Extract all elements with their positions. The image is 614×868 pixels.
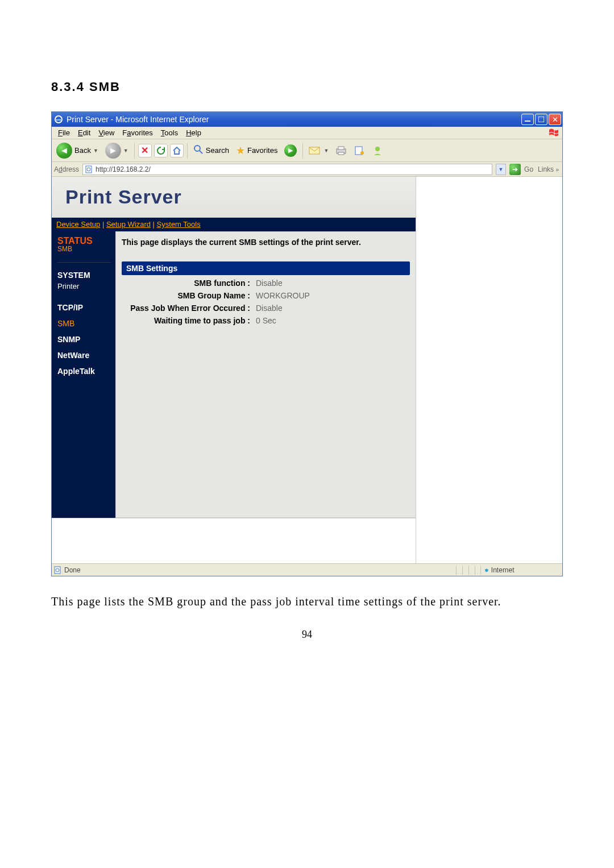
status-dividers xyxy=(456,566,480,575)
go-label: Go xyxy=(524,165,533,173)
setting-key: SMB function : xyxy=(122,279,252,288)
stop-button[interactable]: ✕ xyxy=(138,144,152,157)
chevron-down-icon: ▼ xyxy=(93,148,98,153)
settings-header: SMB Settings xyxy=(122,261,410,275)
menu-file[interactable]: File xyxy=(54,128,74,138)
setting-key: Waiting time to pass job : xyxy=(122,316,252,325)
sidebar-item-netware[interactable]: NetWare xyxy=(57,346,111,362)
chevron-down-icon: ▼ xyxy=(323,148,329,153)
setting-row-pass-job: Pass Job When Error Occured : Disable xyxy=(122,304,410,313)
menu-bar: File Edit View Favorites Tools Help xyxy=(52,127,562,139)
window-minimize-button[interactable] xyxy=(521,114,534,125)
panel-intro-text: This page displays the current SMB setti… xyxy=(122,238,410,247)
links-label[interactable]: Links » xyxy=(537,165,560,173)
internet-zone-icon: ● xyxy=(484,566,489,574)
toolbar-separator xyxy=(187,143,188,159)
banner-title: Print Server xyxy=(65,186,182,208)
back-arrow-icon: ◄ xyxy=(56,143,72,159)
svg-point-11 xyxy=(375,147,380,151)
svg-rect-1 xyxy=(525,121,530,122)
svg-line-4 xyxy=(200,151,202,153)
chevron-down-icon: ▼ xyxy=(123,148,128,153)
setting-row-smb-group: SMB Group Name : WORKGROUP xyxy=(122,291,410,300)
edit-button[interactable] xyxy=(351,144,367,157)
address-label: Address xyxy=(54,165,79,173)
window-titlebar: Print Server - Microsoft Internet Explor… xyxy=(52,112,562,127)
back-label: Back xyxy=(74,146,91,155)
nav-separator: | xyxy=(100,220,106,229)
mail-button[interactable]: ▼ xyxy=(306,144,331,157)
search-button[interactable]: Search xyxy=(191,143,231,158)
window-title: Print Server - Microsoft Internet Explor… xyxy=(67,115,521,124)
edit-page-icon xyxy=(354,146,365,156)
setting-key: Pass Job When Error Occured : xyxy=(122,304,252,313)
menu-tools[interactable]: Tools xyxy=(157,128,182,138)
back-button[interactable]: ◄ Back ▼ xyxy=(54,142,101,160)
svg-rect-8 xyxy=(338,152,344,155)
ie-logo-icon xyxy=(54,115,63,124)
sidebar-item-tcpip[interactable]: TCP/IP xyxy=(57,298,111,314)
home-button[interactable] xyxy=(170,144,184,157)
blank-area-right xyxy=(416,177,562,563)
mail-icon xyxy=(309,146,321,156)
page-icon xyxy=(85,165,93,173)
discuss-button[interactable] xyxy=(370,144,385,157)
setting-row-waiting-time: Waiting time to pass job : 0 Sec xyxy=(122,316,410,325)
sidebar: STATUS SMB SYSTEM Printer TCP/IP SMB SNM… xyxy=(52,231,115,518)
menu-help[interactable]: Help xyxy=(182,128,205,138)
search-label: Search xyxy=(206,146,229,155)
toolbar-separator xyxy=(302,143,303,159)
setting-value: Disable xyxy=(252,279,283,288)
doc-section-heading: 8.3.4 SMB xyxy=(51,80,563,94)
sidebar-item-smb[interactable]: SMB xyxy=(57,314,111,330)
favorites-label: Favorites xyxy=(247,146,277,155)
address-dropdown-button[interactable]: ▼ xyxy=(496,164,506,175)
nav-system-tools[interactable]: System Tools xyxy=(157,220,201,229)
refresh-button[interactable] xyxy=(154,144,168,157)
nav-setup-wizard[interactable]: Setup Wizard xyxy=(106,220,151,229)
nav-device-setup[interactable]: Device Setup xyxy=(56,220,100,229)
media-button[interactable]: ▶ xyxy=(282,143,299,158)
toolbar-separator xyxy=(134,143,135,159)
status-zone-text: Internet xyxy=(491,566,515,574)
doc-body-text: This page lists the SMB group and the pa… xyxy=(51,593,563,609)
printer-icon xyxy=(335,146,347,156)
windows-flag-icon xyxy=(549,128,560,138)
status-bar: Done ● Internet xyxy=(52,563,562,576)
setting-value: Disable xyxy=(252,304,283,313)
sidebar-item-appletalk[interactable]: AppleTalk xyxy=(57,362,111,378)
setting-row-smb-function: SMB function : Disable xyxy=(122,279,410,288)
web-page: Print Server Device Setup | Setup Wizard… xyxy=(52,177,416,563)
svg-rect-7 xyxy=(338,147,344,149)
blank-area-bottom xyxy=(52,518,416,563)
svg-point-10 xyxy=(360,151,364,155)
menu-favorites[interactable]: Favorites xyxy=(118,128,156,138)
browser-viewport: Print Server Device Setup | Setup Wizard… xyxy=(52,177,562,563)
status-done-text: Done xyxy=(64,566,81,574)
forward-button[interactable]: ► ▼ xyxy=(103,142,131,160)
svg-point-3 xyxy=(194,146,200,151)
go-button[interactable]: ➜ xyxy=(509,164,521,175)
menu-view[interactable]: View xyxy=(94,128,118,138)
print-button[interactable] xyxy=(333,144,349,157)
favorites-button[interactable]: ★ Favorites xyxy=(234,143,280,158)
setting-value: WORKGROUP xyxy=(252,291,310,300)
setting-key: SMB Group Name : xyxy=(122,291,252,300)
sidebar-item-system[interactable]: SYSTEM xyxy=(57,266,111,282)
address-field[interactable]: http://192.168.2.2/ xyxy=(82,164,492,175)
page-banner: Print Server xyxy=(52,177,416,218)
doc-page-number: 94 xyxy=(51,629,563,641)
sidebar-item-printer[interactable]: Printer xyxy=(57,282,111,298)
done-icon xyxy=(54,566,62,574)
sidebar-status-sub: SMB xyxy=(57,245,111,253)
sidebar-item-snmp[interactable]: SNMP xyxy=(57,330,111,346)
star-icon: ★ xyxy=(236,144,245,157)
window-maximize-button[interactable] xyxy=(535,114,547,125)
status-zone: ● Internet xyxy=(480,566,560,574)
window-close-button[interactable]: ✕ xyxy=(549,114,561,125)
forward-arrow-icon: ► xyxy=(105,143,121,159)
search-icon xyxy=(193,144,204,157)
address-url: http://192.168.2.2/ xyxy=(96,165,151,173)
menu-edit[interactable]: Edit xyxy=(74,128,94,138)
messenger-icon xyxy=(372,146,383,156)
